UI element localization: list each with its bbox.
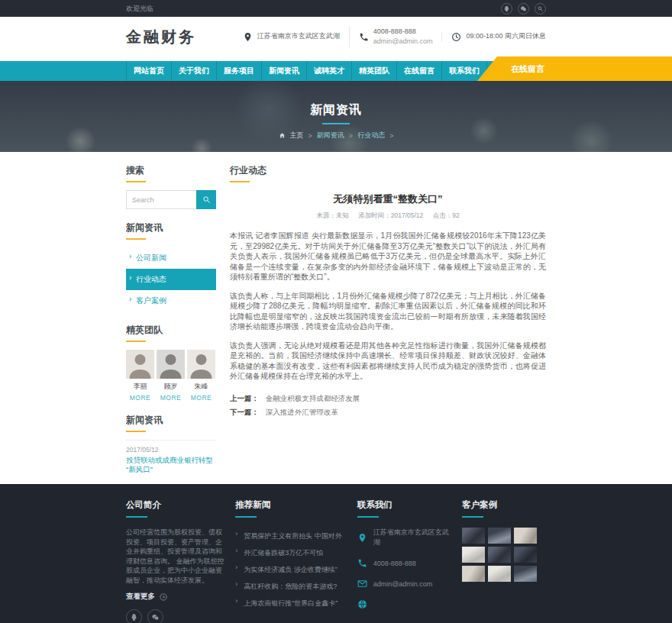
team-grid: 李丽 MORE 顾罗 MORE 朱峰 MORE [126,350,216,402]
title-underline [322,123,350,124]
phone-icon [359,32,369,42]
category-industry-news[interactable]: 行业动态 [126,269,216,290]
search-input[interactable] [126,190,196,209]
search-section-title: 搜索 [126,164,216,177]
main-nav: 网站首页 关于我们 服务项目 新闻资讯 诚聘英才 精英团队 在线留言 联系我们 … [0,61,672,81]
search-button[interactable] [196,190,216,209]
member-more-link[interactable]: MORE [157,394,185,402]
clock-icon [451,32,461,42]
footer-email: admin@admin.com [373,580,433,588]
contact-title: 联系我们 [357,499,455,511]
online-message-cta[interactable]: 在线留言 [477,56,672,81]
member-photo[interactable] [126,350,154,379]
topbar: 欢迎光临 [0,0,672,17]
article-time: 添加时间：2017/05/12 [358,211,423,219]
case-thumbnail[interactable] [488,547,511,563]
category-section-title: 新闻资讯 [126,221,216,234]
address-text: 江苏省南京市玄武区玄武湖 [257,31,340,42]
globe-icon[interactable] [357,599,367,609]
case-thumbnail[interactable] [514,547,537,563]
sidebar: 搜索 新闻资讯 公司新闻 行业动态 客户案例 精英团队 李丽 MORE 顾罗 [126,164,216,484]
content-section-title: 行业动态 [230,164,546,177]
home-icon [279,132,286,139]
category-company-news[interactable]: 公司新闻 [126,247,216,269]
wechat-icon[interactable] [147,609,163,623]
category-cases[interactable]: 客户案例 [126,290,216,312]
header-address: 江苏省南京市玄武区玄武湖 [234,31,349,42]
location-pin-icon [243,32,253,42]
footer-phone: 4008-888-888 [373,560,416,567]
recommend-link[interactable]: 高杠杆收购：危险的资本游戏? [235,578,350,595]
article-paragraph: 本报讯 记者李国辉报道 央行最新数据显示，1月份我国外汇储备规模较2016年末下… [230,231,546,282]
nav-item-home[interactable]: 网站首页 [126,61,171,81]
circle-arrow-icon [160,593,167,601]
nav-item-news[interactable]: 新闻资讯 [261,61,306,81]
next-article-link[interactable]: 深入推进外汇管理改革 [266,408,338,416]
next-label: 下一篇： [230,408,259,416]
case-thumbnail[interactable] [514,528,537,544]
phone-icon [357,558,367,568]
welcome-text: 欢迎光临 [126,4,153,14]
team-member: 顾罗 MORE [157,350,185,402]
case-thumbnail[interactable] [462,528,485,544]
case-thumbnail[interactable] [514,566,537,582]
recommend-link[interactable]: 上海农商银行推“世界白金鑫卡” [235,595,350,612]
footer-socials [126,609,228,623]
footer-contact: 联系我们 江苏省南京市玄武区玄武湖 4008-888-888 admin@adm… [357,499,455,623]
case-thumbnail[interactable] [462,547,485,563]
nav-item-team[interactable]: 精英团队 [351,61,396,81]
wechat-icon[interactable] [518,3,529,15]
email-text: admin@admin.com [373,37,433,47]
member-more-link[interactable]: MORE [187,394,215,402]
case-thumbnail-grid [462,528,546,582]
news-list-item[interactable]: 2017/05/12 投贷联动或成商业银行转型“新风口” [126,441,216,481]
site-header: 金融财务 江苏省南京市玄武区玄武湖 4008-888-888 admin@adm… [0,17,672,56]
header-info: 江苏省南京市玄武区玄武湖 4008-888-888 admin@admin.co… [234,27,546,47]
member-photo[interactable] [187,350,215,379]
article-meta: 来源：未知 添加时间：2017/05/12 点击：92 [230,211,546,221]
article-hits: 点击：92 [433,211,460,219]
recommend-link[interactable]: 贸易保护主义有所抬头 中国对外 [235,528,350,544]
team-section-title: 精英团队 [126,324,216,337]
nav-item-services[interactable]: 服务项目 [216,61,261,81]
prev-next-nav: 上一篇： 金融业积极支持成都经济发展 下一篇： 深入推进外汇管理改革 [230,394,546,418]
envelope-icon [357,579,367,589]
case-thumbnail[interactable] [488,528,511,544]
nav-item-about[interactable]: 关于我们 [171,61,216,81]
search-box [126,190,216,209]
site-logo[interactable]: 金融财务 [126,27,196,47]
location-pin-icon [357,533,367,543]
breadcrumb-home[interactable]: 主页 [290,131,304,140]
team-member: 李丽 MORE [126,350,154,402]
recommend-link[interactable]: 外汇储备跌破3万亿不可怕 [235,544,350,561]
search-icon[interactable] [535,3,546,15]
footer: 公司简介 公司经营范围为股权投资、债权投资、项目投资、资产管理、企业并购重组、投… [0,484,672,623]
about-text: 公司经营范围为股权投资、债权投资、项目投资、资产管理、企业并购重组、投资管理及咨… [126,528,228,585]
breadcrumb: 主页 > 新闻资讯 > 行业动态 > [0,131,672,140]
member-name: 李丽 [126,382,154,392]
member-more-link[interactable]: MORE [126,394,154,402]
case-thumbnail[interactable] [462,566,485,582]
article-title: 无须特别看重“整数关口” [230,192,546,206]
recommend-link[interactable]: 为实体经济减负 涉企收费继续” [235,561,350,578]
case-thumbnail[interactable] [488,566,511,582]
team-member: 朱峰 MORE [187,350,215,402]
hero-banner: 新闻资讯 主页 > 新闻资讯 > 行业动态 > [0,81,672,152]
nav-item-careers[interactable]: 诚聘英才 [306,61,351,81]
prev-article-link[interactable]: 金融业积极支持成都经济发展 [266,394,360,402]
article-section: 行业动态 无须特别看重“整数关口” 来源：未知 添加时间：2017/05/12 … [230,164,546,484]
view-more-link[interactable]: 查看更多 [126,592,155,602]
topbar-icons [501,3,546,15]
nav-item-message[interactable]: 在线留言 [396,61,441,81]
news-list-title: 新闻资讯 [126,414,216,427]
prev-label: 上一篇： [230,394,259,402]
header-phone: 4008-888-888 admin@admin.com [349,27,442,47]
breadcrumb-news[interactable]: 新闻资讯 [317,131,344,140]
about-title: 公司简介 [126,499,228,511]
page-title: 新闻资讯 [0,102,672,118]
breadcrumb-industry[interactable]: 行业动态 [357,131,385,140]
qq-icon[interactable] [126,609,142,623]
member-photo[interactable] [157,350,185,379]
qq-icon[interactable] [501,3,512,15]
news-list-item[interactable]: 2017/05/12 金融业积极支持成都经济发展 [126,481,216,484]
